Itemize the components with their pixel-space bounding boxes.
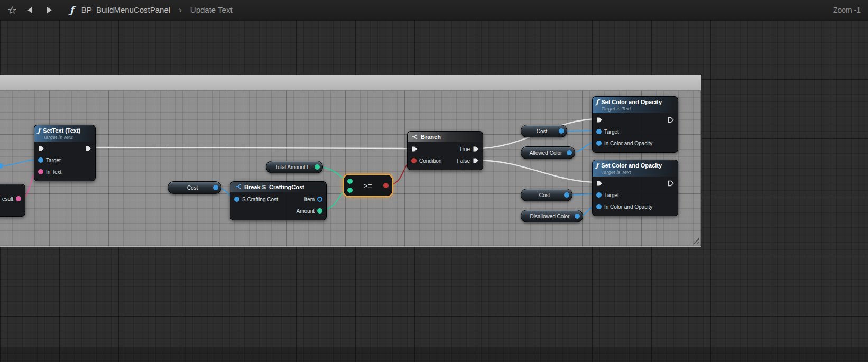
function-icon: ƒ (38, 127, 40, 134)
node-branch-header: Branch (408, 132, 483, 142)
in-color-and-opacity-pin[interactable] (596, 141, 602, 146)
node-break-craftingcost[interactable]: Break S_CraftingCost S Crafting Cost Ite… (230, 181, 327, 220)
return-value-pin[interactable] (16, 196, 21, 201)
condition-pin[interactable] (411, 158, 417, 163)
breadcrumb-blueprint-name[interactable]: BP_BuildMenuCostPanel (81, 5, 170, 14)
branch-icon (412, 134, 418, 140)
variable-label: Cost (527, 192, 562, 198)
breadcrumb-function-name[interactable]: Update Text (190, 5, 233, 14)
node-set-color-opacity-bottom[interactable]: ƒ Set Color and Opacity Target is Text T… (592, 160, 678, 216)
node-title: Branch (421, 133, 441, 141)
variable-node-cost-top[interactable]: Cost (521, 125, 567, 137)
graph-canvas[interactable]: esult ƒ SetText (Text) Target is Text (0, 20, 868, 362)
exec-out-pin[interactable] (668, 180, 674, 187)
node-subtitle: Target is Text (601, 106, 662, 112)
graph-toolbar: ☆ ƒ BP_BuildMenuCostPanel › Update Text … (0, 0, 868, 20)
variable-node-cost-bottom[interactable]: Cost (521, 189, 572, 201)
break-struct-icon (235, 183, 242, 190)
pin-label: True (459, 146, 470, 152)
variable-label: Allowed Color (527, 150, 565, 156)
comment-resize-handle[interactable] (691, 237, 699, 244)
amount-pin[interactable] (317, 208, 322, 214)
pin-label: Condition (419, 158, 441, 164)
exec-out-pin[interactable] (668, 117, 674, 123)
zoom-level-label: Zoom -1 (833, 6, 861, 14)
exec-out-pin[interactable] (85, 145, 91, 152)
operator-label: >= (353, 182, 383, 190)
function-graph-icon: ƒ (70, 4, 74, 15)
in-color-and-opacity-pin[interactable] (596, 204, 602, 209)
canvas-bottom-shade (0, 347, 868, 362)
variable-node-disallowed-color[interactable]: Disallowed Color (521, 210, 583, 222)
compare-result-pin[interactable] (383, 183, 389, 188)
pin-label: Target (604, 192, 619, 198)
pin-label: Target (604, 129, 619, 135)
target-pin[interactable] (596, 192, 602, 198)
exec-in-pin[interactable] (596, 180, 603, 187)
variable-label: Disallowed Color (527, 214, 573, 219)
node-branch[interactable]: Branch True Condition False (407, 131, 483, 170)
variable-label: Total Amount L (272, 164, 313, 170)
node-partial-result[interactable]: esult (0, 184, 25, 217)
output-pin[interactable] (559, 128, 564, 134)
false-exec-pin[interactable] (473, 157, 479, 164)
exec-in-pin[interactable] (411, 146, 418, 152)
node-subtitle: Target is Text (43, 134, 80, 140)
breadcrumb-chevron-icon: › (179, 5, 182, 15)
node-set-color-opacity-top[interactable]: ƒ Set Color and Opacity Target is Text T… (592, 96, 678, 153)
pin-label: In Color and Opacity (604, 141, 652, 146)
node-greater-equal[interactable]: >= (343, 174, 393, 197)
pin-label: In Color and Opacity (604, 204, 652, 210)
node-header: ƒ Set Color and Opacity Target is Text (593, 160, 678, 177)
node-title: Set Color and Opacity (601, 98, 662, 106)
pin-label: Item (304, 197, 315, 202)
output-pin[interactable] (564, 192, 569, 198)
node-title: Set Color and Opacity (601, 162, 662, 169)
variable-node-total-amount[interactable]: Total Amount L (266, 161, 323, 173)
exec-in-pin[interactable] (596, 117, 603, 123)
target-pin[interactable] (596, 129, 602, 134)
variable-node-cost-left[interactable]: Cost (168, 181, 221, 194)
output-pin[interactable] (567, 150, 572, 155)
node-title: Break S_CraftingCost (244, 183, 304, 191)
node-settext[interactable]: ƒ SetText (Text) Target is Text Target (34, 125, 96, 181)
s-crafting-cost-pin[interactable] (234, 197, 239, 202)
node-title: SetText (Text) (43, 127, 80, 134)
node-subtitle: Target is Text (601, 169, 662, 175)
compare-input-b-pin[interactable] (347, 188, 353, 193)
pin-label: In Text (46, 169, 61, 175)
compare-input-a-pin[interactable] (347, 179, 353, 184)
output-pin[interactable] (575, 214, 580, 219)
node-break-header: Break S_CraftingCost (230, 182, 326, 192)
navigate-forward-icon[interactable] (43, 5, 55, 15)
target-pin[interactable] (38, 157, 43, 163)
variable-label: Cost (173, 185, 211, 191)
function-icon: ƒ (596, 162, 598, 169)
exec-in-pin[interactable] (38, 145, 44, 152)
pin-label: Amount (297, 208, 315, 214)
output-pin[interactable] (315, 164, 320, 170)
node-header: ƒ Set Color and Opacity Target is Text (593, 97, 678, 113)
function-icon: ƒ (596, 98, 598, 106)
blueprint-editor-window: ☆ ƒ BP_BuildMenuCostPanel › Update Text … (0, 0, 868, 362)
output-pin[interactable] (213, 185, 218, 190)
true-exec-pin[interactable] (473, 146, 479, 152)
node-settext-header: ƒ SetText (Text) Target is Text (34, 125, 95, 142)
pin-label: Target (46, 157, 61, 163)
pin-label: S Crafting Cost (242, 197, 278, 202)
in-text-pin[interactable] (38, 169, 43, 174)
comment-titlebar[interactable] (0, 75, 701, 91)
pin-label: esult (2, 196, 13, 202)
item-pin[interactable] (317, 197, 322, 202)
navigate-back-icon[interactable] (24, 5, 36, 15)
variable-label: Cost (527, 128, 557, 134)
favorite-star-icon[interactable]: ☆ (7, 5, 17, 15)
variable-node-allowed-color[interactable]: Allowed Color (521, 146, 575, 159)
pin-label: False (457, 158, 470, 164)
